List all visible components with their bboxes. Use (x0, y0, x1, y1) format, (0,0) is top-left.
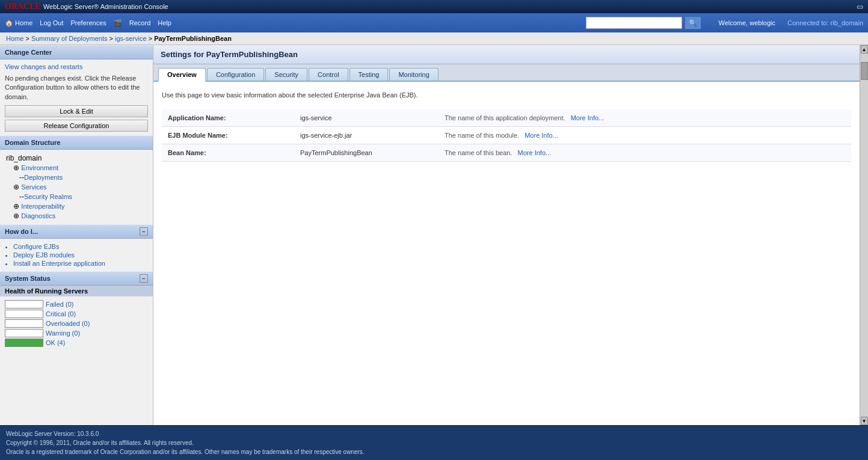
health-row-overloaded: Overloaded (0) (5, 319, 148, 328)
record-icon: 🎬 (114, 19, 122, 27)
change-center-header: Change Center (0, 45, 153, 60)
footer-line1: WebLogic Server Version: 10.3.6.0 (6, 429, 862, 438)
health-label-overloaded[interactable]: Overloaded (0) (46, 320, 90, 327)
view-changes-link[interactable]: View changes and restarts (5, 63, 148, 70)
health-label-failed[interactable]: Failed (0) (46, 301, 73, 308)
sidebar-item-interoperability[interactable]: ⊕ Interoperability (5, 201, 148, 211)
settings-panel: Settings for PayTermPublishingBean Overv… (153, 45, 860, 168)
weblogic-server-text: WebLogic Server® Administration Console (43, 3, 168, 10)
more-info-ejb-module[interactable]: More Info... (525, 132, 558, 139)
health-bar-failed (5, 300, 43, 308)
how-do-i-configure-ejbs[interactable]: Configure EJBs (13, 242, 148, 251)
domain-structure-content: rib_domain ⊕ Environment --Deployments ⊕… (0, 150, 153, 224)
how-do-i-deploy-ejb[interactable]: Deploy EJB modules (13, 251, 148, 259)
field-value-ejb-module: igs-service-ejb.jar (294, 127, 439, 144)
logout-nav-link[interactable]: Log Out (40, 19, 63, 26)
more-info-app-name[interactable]: More Info... (571, 114, 605, 121)
how-do-i-list: Configure EJBs Deploy EJB modules Instal… (0, 239, 153, 271)
content-inner: Use this page to view basic information … (153, 82, 860, 168)
health-row-ok: OK (4) (5, 339, 148, 347)
how-do-i-header: How do I... − (0, 224, 153, 239)
search-input[interactable] (586, 17, 682, 29)
navbar: 🏠 Home Log Out Preferences 🎬 Record Help… (0, 13, 868, 32)
field-desc-ejb-module: The name of this module. More Info... (439, 127, 851, 144)
breadcrumb-summary[interactable]: Summary of Deployments (31, 35, 108, 42)
health-bar-overloaded (5, 319, 43, 328)
scrollbar-down-btn[interactable]: ▼ (861, 417, 868, 425)
health-bar-critical (5, 310, 43, 318)
footer-line2: Copyright © 1996, 2011, Oracle and/or it… (6, 438, 862, 447)
how-do-i-install-enterprise[interactable]: Install an Enterprise application (13, 259, 148, 268)
sidebar: Change Center View changes and restarts … (0, 45, 153, 425)
main-layout: Change Center View changes and restarts … (0, 45, 868, 425)
topbar: ORACLE WebLogic Server® Administration C… (0, 0, 868, 13)
sidebar-item-deployments[interactable]: --Deployments (5, 173, 148, 182)
field-label-ejb-module: EJB Module Name: (162, 127, 294, 144)
topbar-icon: ▭ (857, 2, 863, 11)
field-value-bean-name: PayTermPublishingBean (294, 144, 439, 162)
main-wrapper: ORACLE WebLogic Server® Administration C… (0, 0, 868, 460)
tab-overview[interactable]: Overview (158, 68, 206, 82)
tab-configuration[interactable]: Configuration (207, 68, 264, 81)
system-status-header: System Status − (0, 271, 153, 286)
domain-structure-header: Domain Structure (0, 135, 153, 150)
how-do-i-collapse-button[interactable]: − (140, 227, 148, 236)
help-nav-link[interactable]: Help (158, 19, 171, 26)
record-nav-link[interactable]: Record (129, 19, 150, 26)
health-label-ok[interactable]: OK (4) (46, 339, 65, 346)
tab-monitoring[interactable]: Monitoring (389, 68, 438, 81)
health-header: Health of Running Servers (0, 286, 153, 296)
tab-control[interactable]: Control (309, 68, 348, 81)
change-center-description: No pending changes exist. Click the Rele… (5, 74, 148, 102)
health-bar-warning (5, 329, 43, 337)
oracle-logo: ORACLE (5, 2, 41, 11)
home-nav-link[interactable]: 🏠 Home (5, 19, 32, 27)
lock-edit-button[interactable]: Lock & Edit (5, 105, 148, 117)
scrollbar-up-btn[interactable]: ▲ (861, 45, 868, 54)
content-right: Settings for PayTermPublishingBean Overv… (153, 45, 868, 425)
health-row-failed: Failed (0) (5, 300, 148, 308)
welcome-text: Welcome, weblogic (718, 19, 775, 26)
domain-root: rib_domain (5, 153, 148, 163)
search-area: 🔍 (586, 16, 701, 29)
table-row: Bean Name: PayTermPublishingBean The nam… (162, 144, 851, 162)
health-table: Failed (0) Critical (0) Overloaded (0) (0, 296, 153, 351)
scrollbar[interactable]: ▲ ▼ (860, 45, 868, 425)
settings-title: Settings for PayTermPublishingBean (153, 45, 860, 64)
sidebar-item-environment[interactable]: ⊕ Environment (5, 163, 148, 173)
table-row: Application Name: igs-service The name o… (162, 109, 851, 127)
health-bar-ok (5, 339, 43, 347)
oracle-o-text: ORACLE (5, 2, 41, 11)
data-table: Application Name: igs-service The name o… (162, 109, 851, 162)
health-row-critical: Critical (0) (5, 310, 148, 318)
field-desc-bean-name: The name of this bean. More Info... (439, 144, 851, 162)
oracle-logo-area: ORACLE WebLogic Server® Administration C… (5, 2, 168, 11)
sidebar-item-security-realms[interactable]: --Security Realms (5, 192, 148, 201)
sidebar-item-diagnostics[interactable]: ⊕ Diagnostics (5, 211, 148, 221)
health-label-warning[interactable]: Warning (0) (46, 330, 80, 337)
tab-testing[interactable]: Testing (349, 68, 389, 81)
sidebar-item-services[interactable]: ⊕ Services (5, 182, 148, 192)
table-row: EJB Module Name: igs-service-ejb.jar The… (162, 127, 851, 144)
field-desc-app-name: The name of this application deployment.… (439, 109, 851, 127)
field-value-app-name: igs-service (294, 109, 439, 127)
tabs-bar: Overview Configuration Security Control … (153, 64, 860, 82)
health-row-warning: Warning (0) (5, 329, 148, 337)
health-label-critical[interactable]: Critical (0) (46, 310, 76, 317)
more-info-bean-name[interactable]: More Info... (518, 149, 552, 156)
release-config-button[interactable]: Release Configuration (5, 120, 148, 132)
breadcrumb-igs-service[interactable]: igs-service (115, 35, 147, 42)
search-button[interactable]: 🔍 (685, 16, 701, 29)
footer-line3: Oracle is a registered trademark of Orac… (6, 447, 862, 456)
content-description: Use this page to view basic information … (162, 88, 851, 102)
change-center-content: View changes and restarts No pending cha… (0, 60, 153, 135)
home-icon: 🏠 (5, 19, 13, 27)
system-status-collapse-button[interactable]: − (140, 274, 148, 283)
scrollbar-thumb[interactable] (861, 62, 868, 80)
preferences-nav-link[interactable]: Preferences (70, 19, 106, 26)
breadcrumb-home[interactable]: Home (6, 35, 23, 42)
connected-text: Connected to: rib_domain (787, 19, 863, 26)
breadcrumb-current: PayTermPublishingBean (154, 35, 232, 42)
content-area: Settings for PayTermPublishingBean Overv… (153, 45, 860, 425)
tab-security[interactable]: Security (265, 68, 307, 81)
